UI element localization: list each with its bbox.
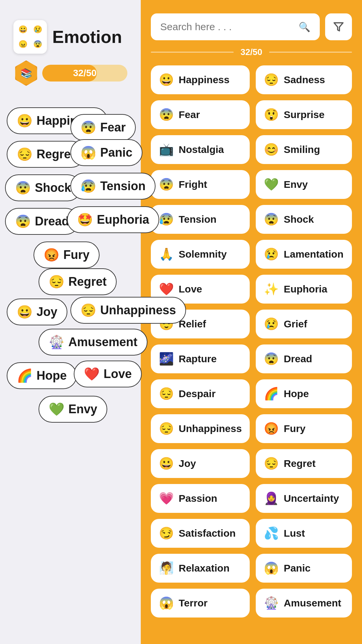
svg-marker-0 xyxy=(334,23,343,31)
emotion-label: Smiling xyxy=(284,144,320,155)
card-emoji: 😀 xyxy=(17,113,33,128)
emotion-label: Uncertainty xyxy=(284,493,339,504)
left-word-card[interactable]: 😨Fear xyxy=(70,114,136,141)
search-row: 🔍 xyxy=(151,13,352,40)
left-word-card[interactable]: 🌈Hope xyxy=(7,362,77,389)
left-word-card[interactable]: 😔Regret xyxy=(39,268,117,295)
emotion-label: Tension xyxy=(179,214,217,225)
emotion-card[interactable]: 🎡Amusement xyxy=(256,589,352,618)
left-word-card[interactable]: 😰Tension xyxy=(70,173,156,200)
emotion-card[interactable]: ✨Euphoria xyxy=(256,275,352,304)
emotion-emoji: 😡 xyxy=(264,422,279,436)
card-emoji: 😔 xyxy=(80,303,96,318)
left-word-card[interactable]: 💚Envy xyxy=(39,396,107,423)
emotion-card[interactable]: 😏Satisfaction xyxy=(151,519,250,548)
emotion-card[interactable]: 🌈Hope xyxy=(256,379,352,408)
emotion-emoji: 😰 xyxy=(159,212,174,226)
card-label: Tension xyxy=(100,179,145,193)
emotion-label: Surprise xyxy=(284,109,324,120)
emotion-card[interactable]: 🙏Solemnity xyxy=(151,240,250,269)
card-emoji: 💚 xyxy=(49,402,64,417)
emotion-card[interactable]: 🧖Relaxation xyxy=(151,554,250,583)
emotion-label: Grief xyxy=(284,318,307,330)
emotion-card[interactable]: 😀Happiness xyxy=(151,65,250,94)
search-icon: 🔍 xyxy=(299,21,310,33)
emotion-card[interactable]: 💚Envy xyxy=(256,170,352,199)
card-label: Love xyxy=(104,367,132,381)
emotion-grid: 😀Happiness😔Sadness😨Fear😲Surprise📺Nostalg… xyxy=(151,65,352,618)
progress-bar-area: 📚 32/50 xyxy=(13,60,127,86)
card-emoji: 🎡 xyxy=(49,335,64,350)
emotion-emoji: 😔 xyxy=(264,457,279,471)
left-word-card[interactable]: 😔Unhappiness xyxy=(70,297,186,324)
emotion-card[interactable]: 😢Lamentation xyxy=(256,240,352,269)
emotion-label: Panic xyxy=(284,562,310,574)
emotion-label: Satisfaction xyxy=(179,528,236,539)
left-word-card[interactable]: 😀Joy xyxy=(7,299,67,325)
emotion-emoji: 😔 xyxy=(159,387,174,401)
emotion-label: Relaxation xyxy=(179,562,230,574)
left-word-card[interactable]: 😨Shock xyxy=(5,174,81,201)
emotion-emoji: 😢 xyxy=(264,247,279,261)
card-label: Fury xyxy=(63,248,89,262)
progress-line-right xyxy=(269,52,352,53)
emotion-card[interactable]: 😔Unhappiness xyxy=(151,414,250,443)
emotion-label: Despair xyxy=(179,388,216,399)
search-input[interactable] xyxy=(160,21,295,33)
emotion-card[interactable]: 😊Smiling xyxy=(256,135,352,164)
progress-icon: 📚 xyxy=(13,60,39,86)
card-emoji: 🤩 xyxy=(77,212,93,227)
emotion-card[interactable]: 😨Fear xyxy=(151,100,250,129)
left-word-card[interactable]: ❤️Love xyxy=(74,361,142,387)
app-title: Emotion xyxy=(52,27,122,47)
emotion-card[interactable]: 😨Fright xyxy=(151,170,250,199)
emotion-label: Fury xyxy=(284,423,305,434)
emotion-emoji: 😔 xyxy=(159,422,174,436)
emotion-emoji: 😏 xyxy=(159,526,174,540)
emotion-emoji: 😲 xyxy=(264,108,279,122)
emotion-emoji: 😀 xyxy=(159,457,174,471)
emotion-card[interactable]: 😰Tension xyxy=(151,205,250,234)
card-label: Regret xyxy=(68,275,107,289)
emotion-label: Euphoria xyxy=(284,283,327,295)
progress-track: 32/50 xyxy=(42,65,127,82)
emotion-emoji: 💗 xyxy=(159,491,174,505)
emotion-card[interactable]: 🧕Uncertainty xyxy=(256,484,352,513)
emotion-card[interactable]: 😨Shock xyxy=(256,205,352,234)
emotion-label: Solemnity xyxy=(179,249,227,260)
emotion-card[interactable]: 😱Terror xyxy=(151,589,250,618)
left-word-card[interactable]: 🤩Euphoria xyxy=(67,206,159,233)
emotion-label: Lamentation xyxy=(284,249,343,260)
emotion-card[interactable]: 🌌Rapture xyxy=(151,344,250,373)
emotion-card[interactable]: 😲Surprise xyxy=(256,100,352,129)
emotion-card[interactable]: 😔Despair xyxy=(151,379,250,408)
emotion-card[interactable]: 😔Regret xyxy=(256,449,352,478)
left-word-card[interactable]: 🎡Amusement xyxy=(39,329,147,356)
card-emoji: 😔 xyxy=(49,274,64,289)
filter-button[interactable] xyxy=(325,13,352,40)
card-label: Euphoria xyxy=(97,213,149,227)
left-word-card[interactable]: 😡Fury xyxy=(34,241,100,268)
emotion-label: Rapture xyxy=(179,353,217,365)
emotion-emoji: ❤️ xyxy=(159,282,174,296)
card-emoji: 😰 xyxy=(80,179,96,194)
emotion-card[interactable]: 😔Sadness xyxy=(256,65,352,94)
emotion-card[interactable]: 💦Lust xyxy=(256,519,352,548)
card-emoji: 😔 xyxy=(17,147,33,162)
card-emoji: ❤️ xyxy=(84,367,100,381)
emotion-card[interactable]: 💗Passion xyxy=(151,484,250,513)
emotion-label: Fright xyxy=(179,179,207,190)
emotion-card[interactable]: 📺Nostalgia xyxy=(151,135,250,164)
card-label: Shock xyxy=(35,181,71,195)
emotion-label: Fear xyxy=(179,109,200,120)
emotion-emoji: 😱 xyxy=(264,561,279,575)
left-word-card[interactable]: 😱Panic xyxy=(70,139,142,166)
emotion-emoji: 🌈 xyxy=(264,387,279,401)
emotion-card[interactable]: 😀Joy xyxy=(151,449,250,478)
emotion-card[interactable]: 😨Dread xyxy=(256,344,352,373)
card-label: Fear xyxy=(100,120,126,135)
emotion-card[interactable]: 😱Panic xyxy=(256,554,352,583)
search-box[interactable]: 🔍 xyxy=(151,13,320,40)
emotion-card[interactable]: 😢Grief xyxy=(256,310,352,338)
emotion-card[interactable]: 😡Fury xyxy=(256,414,352,443)
